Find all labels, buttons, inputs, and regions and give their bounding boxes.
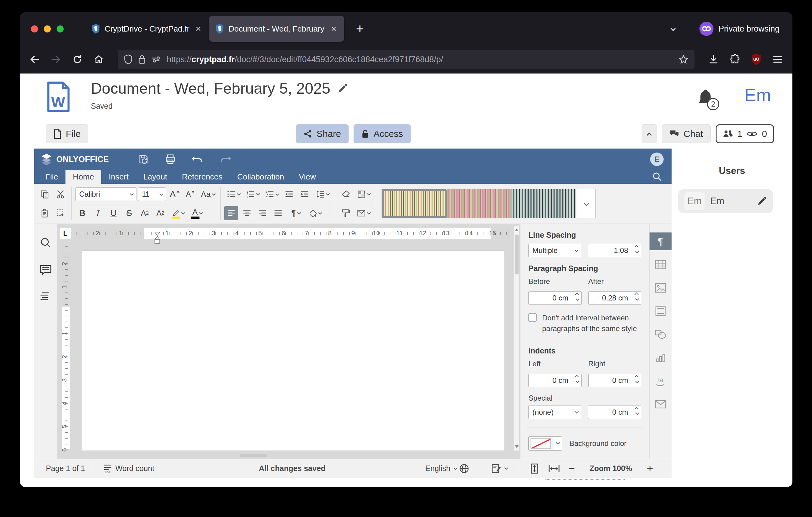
zoom-in-button[interactable]: + xyxy=(647,462,653,475)
chat-button[interactable]: Chat xyxy=(662,124,710,143)
extensions-puzzle-icon[interactable] xyxy=(729,53,741,65)
access-button[interactable]: Access xyxy=(354,124,411,143)
word-count-button[interactable]: 123 Word count xyxy=(103,464,154,473)
document-title[interactable]: Document - Wed, February 5, 2025 xyxy=(91,80,330,98)
background-color-picker[interactable] xyxy=(528,436,562,451)
maximize-window-button[interactable] xyxy=(57,25,64,32)
undo-icon[interactable] xyxy=(192,154,203,164)
tab-close-icon[interactable]: × xyxy=(329,24,338,34)
collapse-toolbar-button[interactable] xyxy=(642,124,657,143)
scroll-up-icon[interactable] xyxy=(515,228,519,231)
header-footer-settings-icon[interactable] xyxy=(649,302,672,320)
close-window-button[interactable] xyxy=(31,25,38,32)
share-button[interactable]: Share xyxy=(296,124,349,143)
zoom-level[interactable]: Zoom 100% xyxy=(589,464,632,473)
vertical-ruler[interactable]: 21123456 xyxy=(62,242,70,450)
paste-icon[interactable] xyxy=(38,206,52,220)
list-all-tabs-icon[interactable] xyxy=(671,26,675,31)
mail-merge-settings-icon[interactable] xyxy=(649,396,672,413)
increase-indent-icon[interactable] xyxy=(298,187,312,201)
new-tab-button[interactable]: + xyxy=(353,21,367,36)
fit-page-icon[interactable] xyxy=(529,463,540,474)
indent-left-spinner[interactable]: 0 cm xyxy=(528,374,582,387)
numbered-list-icon[interactable]: 123 xyxy=(243,187,261,201)
vertical-scroll-thumb[interactable] xyxy=(515,235,519,274)
lock-icon[interactable] xyxy=(138,55,146,64)
spacing-before-spinner[interactable]: 0 cm xyxy=(528,291,582,305)
minimize-window-button[interactable] xyxy=(44,25,51,32)
file-button[interactable]: File xyxy=(46,124,88,143)
superscript-icon[interactable]: A2 xyxy=(138,206,152,220)
menu-hamburger-icon[interactable] xyxy=(772,53,784,65)
tab-document-active[interactable]: Document - Wed, February 5, 20 × xyxy=(209,16,345,42)
tab-stop-selector[interactable]: L xyxy=(60,228,71,239)
paragraph-settings-icon[interactable]: ¶ xyxy=(649,233,672,250)
navigation-headings-icon[interactable] xyxy=(40,292,51,301)
horizontal-scroll-thumb[interactable] xyxy=(240,454,267,457)
multilevel-list-icon[interactable]: 1 xyxy=(263,187,281,201)
line-spacing-select[interactable]: Multiple xyxy=(528,244,581,257)
tab-cryptdrive[interactable]: CryptDrive - CryptPad.fr × xyxy=(85,16,209,42)
align-center-icon[interactable] xyxy=(240,206,254,220)
strikethrough-icon[interactable]: S xyxy=(122,206,136,220)
collaborator-avatar[interactable]: E xyxy=(650,153,664,166)
special-spinner[interactable]: 0 cm xyxy=(588,406,641,419)
indent-marker[interactable] xyxy=(153,232,161,244)
image-settings-icon[interactable] xyxy=(649,279,672,297)
user-list-item[interactable]: Em Em xyxy=(678,189,773,213)
save-icon[interactable] xyxy=(138,154,149,165)
tracking-protection-shield-icon[interactable] xyxy=(124,55,133,64)
text-art-settings-icon[interactable]: Ta xyxy=(649,372,672,390)
print-icon[interactable] xyxy=(165,154,176,165)
highlight-color-icon[interactable] xyxy=(169,206,186,220)
copy-icon[interactable] xyxy=(38,187,52,201)
redo-icon[interactable] xyxy=(220,154,231,164)
paragraph-shading-icon[interactable] xyxy=(306,206,324,220)
forward-icon[interactable] xyxy=(50,53,62,65)
select-all-icon[interactable] xyxy=(54,206,68,220)
edit-username-pencil-icon[interactable] xyxy=(757,196,767,206)
ublock-origin-icon[interactable]: uO xyxy=(750,53,762,66)
account-initials[interactable]: Em xyxy=(744,84,771,105)
cut-icon[interactable] xyxy=(54,187,68,201)
indent-right-spinner[interactable]: 0 cm xyxy=(588,374,642,387)
vertical-scrollbar[interactable] xyxy=(514,226,520,451)
line-spacing-icon[interactable] xyxy=(313,187,331,201)
style-preview-3[interactable] xyxy=(512,189,576,218)
rename-pencil-icon[interactable] xyxy=(337,83,348,94)
line-spacing-spinner[interactable]: 1.08 xyxy=(588,244,641,257)
font-size-select[interactable]: 11 xyxy=(138,187,166,201)
zoom-out-button[interactable]: − xyxy=(569,462,575,475)
oo-menu-home[interactable]: Home xyxy=(65,170,101,184)
change-case-icon[interactable]: Aa xyxy=(199,187,216,201)
copy-style-icon[interactable] xyxy=(339,206,353,220)
url-text[interactable]: https://cryptpad.fr/doc/#/3/doc/edit/ff0… xyxy=(167,55,673,64)
decrease-indent-icon[interactable] xyxy=(282,187,296,201)
tab-close-icon[interactable]: × xyxy=(194,24,203,34)
spellcheck-button[interactable] xyxy=(491,463,507,474)
editor-search-icon[interactable] xyxy=(652,171,662,182)
bold-icon[interactable]: B xyxy=(75,206,89,220)
decrease-font-icon[interactable]: A xyxy=(183,187,197,201)
mail-merge-icon[interactable] xyxy=(354,206,372,220)
subscript-icon[interactable]: A2 xyxy=(153,206,167,220)
oo-menu-collaboration[interactable]: Collaboration xyxy=(230,170,291,184)
horizontal-ruler[interactable]: 21123456789101112131415 xyxy=(75,228,509,239)
table-shading-icon[interactable] xyxy=(354,187,372,201)
justify-icon[interactable] xyxy=(271,206,285,220)
style-gallery-expand-icon[interactable] xyxy=(576,189,596,218)
home-icon[interactable] xyxy=(93,53,105,65)
shape-settings-icon[interactable] xyxy=(649,326,672,343)
document-language-button[interactable]: English xyxy=(425,464,469,473)
style-preview-1[interactable] xyxy=(382,189,447,218)
document-page[interactable] xyxy=(82,250,504,451)
background-color-swatch[interactable] xyxy=(530,438,551,449)
fit-width-icon[interactable] xyxy=(548,464,560,473)
chart-settings-icon[interactable] xyxy=(649,349,672,366)
special-select[interactable]: (none) xyxy=(528,406,581,419)
page-indicator[interactable]: Page 1 of 1 xyxy=(46,464,85,473)
find-icon[interactable] xyxy=(40,237,51,248)
oo-menu-view[interactable]: View xyxy=(292,170,323,184)
italic-icon[interactable]: I xyxy=(91,206,105,220)
oo-menu-file[interactable]: File xyxy=(38,170,65,184)
